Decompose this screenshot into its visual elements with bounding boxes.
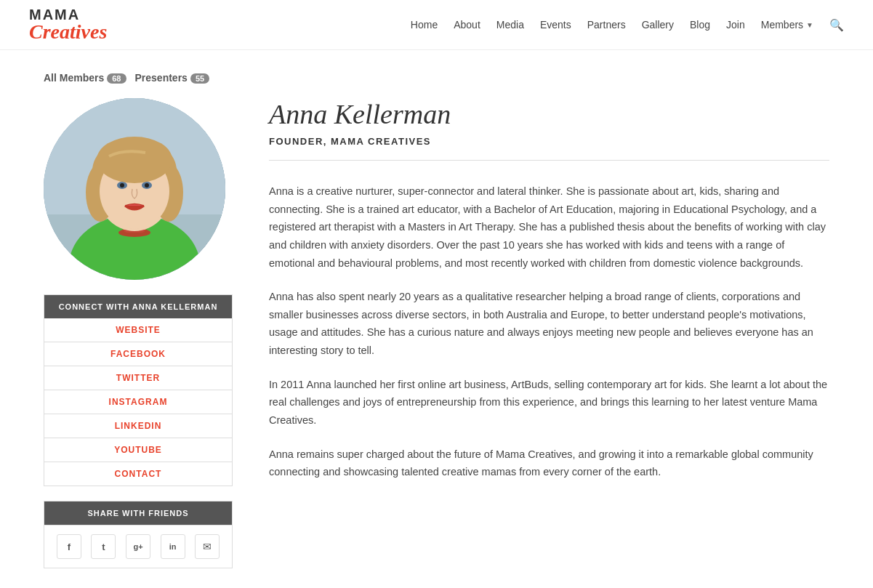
chevron-down-icon: ▼ [806,21,813,29]
svg-point-12 [120,183,124,188]
main-content: CONNECT WITH ANNA KELLERMAN WEBSITE FACE… [0,98,873,588]
profile-bio: Anna is a creative nurturer, super-conne… [269,182,829,481]
linkedin-icon: in [169,542,177,551]
all-members-badge: 68 [107,73,126,84]
avatar [44,98,225,280]
all-members-label: All Members [44,72,104,84]
bio-paragraph-4: Anna remains super charged about the fut… [269,446,829,481]
connect-twitter[interactable]: TWITTER [44,366,232,390]
connect-instagram[interactable]: INSTAGRAM [44,390,232,414]
connect-youtube[interactable]: YOUTUBE [44,438,232,462]
profile-name: Anna Kellerman [269,98,829,130]
connect-facebook[interactable]: FACEBOOK [44,342,232,366]
logo-bottom: Creatives [29,22,107,42]
profile-title: FOUNDER, MAMA CREATIVES [269,136,829,147]
google-plus-icon: g+ [133,542,142,551]
main-nav: Home About Media Events Partners Gallery… [411,18,844,32]
nav-members-label: Members [761,19,803,31]
nav-home[interactable]: Home [411,19,438,31]
connect-contact[interactable]: CONTACT [44,462,232,486]
presenters-label: Presenters [135,72,188,84]
share-linkedin-button[interactable]: in [161,534,185,559]
nav-gallery[interactable]: Gallery [642,19,674,31]
bio-paragraph-1: Anna is a creative nurturer, super-conne… [269,182,829,272]
share-twitter-button[interactable]: t [91,534,116,559]
email-icon: ✉ [203,541,212,552]
connect-box: CONNECT WITH ANNA KELLERMAN WEBSITE FACE… [44,294,233,486]
facebook-icon: f [68,541,71,552]
tab-all-members[interactable]: All Members68 [44,72,126,84]
avatar-placeholder [44,98,225,280]
profile-divider [269,160,829,161]
nav-about[interactable]: About [454,19,480,31]
avatar-svg [44,98,225,280]
nav-join[interactable]: Join [726,19,745,31]
presenters-badge: 55 [190,73,209,84]
connect-linkedin[interactable]: LINKEDIN [44,414,232,438]
nav-members[interactable]: Members ▼ [761,19,813,31]
nav-blog[interactable]: Blog [690,19,710,31]
connect-website[interactable]: WEBSITE [44,318,232,342]
tab-presenters[interactable]: Presenters55 [135,72,210,84]
nav-partners[interactable]: Partners [587,19,626,31]
search-button[interactable]: 🔍 [829,18,844,32]
nav-media[interactable]: Media [496,19,524,31]
share-box: SHARE WITH FRIENDS f t g+ in ✉ [44,501,233,568]
share-header: SHARE WITH FRIENDS [44,502,232,525]
connect-header: CONNECT WITH ANNA KELLERMAN [44,295,232,318]
share-email-button[interactable]: ✉ [195,534,220,559]
share-icons-row: f t g+ in ✉ [44,525,232,568]
share-facebook-button[interactable]: f [57,534,81,559]
profile-sidebar: CONNECT WITH ANNA KELLERMAN WEBSITE FACE… [44,98,233,568]
tabs-row: All Members68 Presenters55 [0,50,873,98]
nav-events[interactable]: Events [540,19,571,31]
twitter-icon: t [102,541,105,552]
bio-paragraph-2: Anna has also spent nearly 20 years as a… [269,288,829,360]
share-googleplus-button[interactable]: g+ [126,534,150,559]
svg-point-13 [145,183,149,188]
logo-top: MAMA [29,7,107,22]
site-header: MAMA Creatives Home About Media Events P… [0,0,873,50]
site-logo[interactable]: MAMA Creatives [29,7,107,42]
profile-content: Anna Kellerman FOUNDER, MAMA CREATIVES A… [269,98,829,568]
bio-paragraph-3: In 2011 Anna launched her first online a… [269,376,829,430]
svg-point-14 [97,137,172,183]
